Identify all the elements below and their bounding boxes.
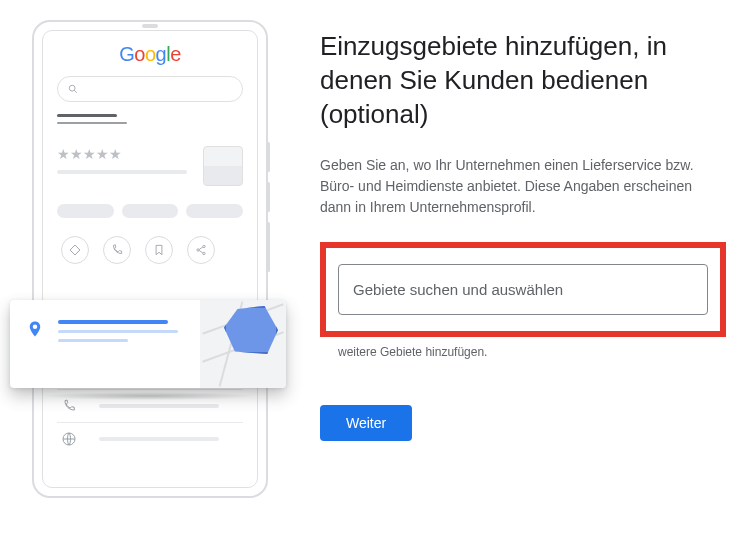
- call-icon: [103, 236, 131, 264]
- svg-line-1: [74, 90, 77, 93]
- placeholder-line: [57, 122, 127, 124]
- google-logo: Google: [57, 43, 243, 66]
- search-icon: [68, 84, 78, 94]
- area-search-input[interactable]: Gebiete suchen und auswählen: [338, 264, 708, 315]
- helper-note: weitere Gebiete hinzufügen.: [338, 343, 726, 361]
- placeholder-line: [57, 114, 117, 117]
- service-area-shape: [224, 306, 278, 354]
- card-shadow: [40, 392, 256, 400]
- svg-point-3: [203, 245, 205, 247]
- placeholder-pills: [57, 204, 243, 218]
- map-thumbnail: [200, 300, 286, 388]
- svg-point-0: [69, 85, 75, 91]
- svg-point-5: [203, 252, 205, 254]
- side-button: [267, 182, 270, 212]
- mock-searchbar: [57, 76, 243, 102]
- page-heading: Einzugsgebiete hinzufügen, in denen Sie …: [320, 30, 726, 131]
- page-description: Geben Sie an, wo Ihr Unternehmen einen L…: [320, 155, 726, 218]
- continue-button[interactable]: Weiter: [320, 405, 412, 441]
- side-button: [267, 142, 270, 172]
- phone-notch: [142, 24, 158, 28]
- image-thumbnail: [203, 146, 243, 186]
- location-card: [10, 300, 286, 388]
- placeholder-line: [57, 170, 187, 174]
- svg-rect-2: [70, 245, 80, 255]
- directions-icon: [61, 236, 89, 264]
- website-row: [57, 422, 243, 455]
- rating-stars: ★★★★★: [57, 146, 187, 162]
- svg-point-4: [197, 249, 199, 251]
- share-icon: [187, 236, 215, 264]
- globe-icon: [61, 431, 77, 447]
- location-pin-icon: [26, 318, 44, 344]
- highlight-annotation: Gebiete suchen und auswählen: [320, 242, 726, 337]
- save-icon: [145, 236, 173, 264]
- side-button: [267, 222, 270, 272]
- phone-mockup: Google ★★★★★: [32, 20, 268, 498]
- phone-icon: [61, 398, 77, 414]
